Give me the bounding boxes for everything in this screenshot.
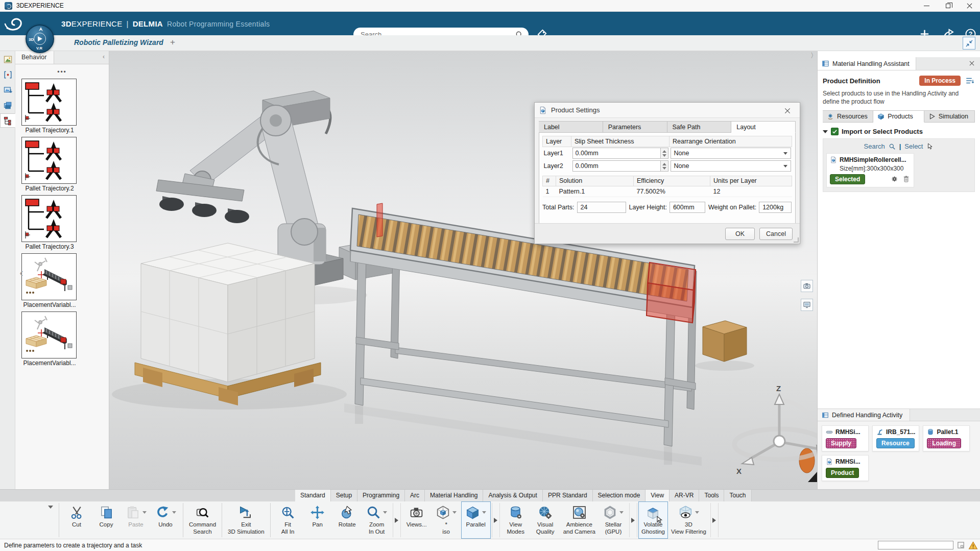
overflow-dots[interactable]: ••• [15,68,109,76]
collapse-panels-button[interactable] [963,37,975,50]
roller-conveyor[interactable] [350,208,697,465]
thickness-input[interactable] [572,148,661,159]
add-tab-button[interactable]: + [167,37,178,47]
product-settings-dialog[interactable]: Product Settings Label Parameters Safe P… [534,102,800,244]
flyout-arrow[interactable] [393,503,401,537]
behavior-item[interactable]: PlacementVariabl... [21,312,78,367]
import-select-group[interactable]: Import or Select Products [823,128,975,135]
panel-collapse-chevron[interactable]: ‹ [103,51,109,64]
pan-button[interactable]: Pan [303,501,332,539]
analysis-output[interactable]: Analysis & Output [483,490,542,501]
activity-card[interactable]: Pallet.1 Loading [923,425,970,451]
edge-equipment[interactable] [799,448,815,473]
maximize-button[interactable] [937,0,959,11]
rotate-button[interactable]: Rotate [332,501,362,539]
material-handling[interactable]: Material Handling [425,490,483,501]
dialog-close-button[interactable] [783,106,796,115]
stellar-gpu-button[interactable]: Stellar (GPU) [599,501,628,539]
iso-view-button[interactable]: * iso [432,501,461,539]
field-input[interactable] [759,202,792,213]
cancel-button[interactable]: Cancel [759,228,793,240]
render-settings-button[interactable] [801,280,813,292]
minimize-button[interactable] [916,0,937,11]
touch[interactable]: Touch [724,490,751,501]
resources[interactable]: Resources [823,110,873,123]
panel-edge-collapse[interactable]: ‹ [16,265,27,282]
behavior-item[interactable]: Pallet Trajectory.1 [21,79,78,134]
flyout-arrow[interactable] [629,503,637,537]
activity-card[interactable]: RMHSi... Product [822,455,869,481]
ok-button[interactable]: OK [725,228,755,240]
chevron-down-icon[interactable] [142,511,147,514]
volatile-ghosting-button[interactable]: Volatile Ghosting [638,501,668,539]
carton-box[interactable] [703,321,747,362]
chevron-down-icon[interactable] [695,511,699,514]
safe-path[interactable]: Safe Path [667,121,732,133]
behavior-item[interactable]: Pallet Trajectory.3 [21,195,78,250]
tools[interactable]: Tools [699,490,724,501]
screen-capture-button[interactable] [801,299,813,311]
step-list-icon[interactable] [965,76,975,85]
chevron-down-icon[interactable] [172,511,176,514]
flyout-arrow[interactable] [710,503,719,537]
dialog-resize-handle[interactable] [794,237,799,243]
copy-button[interactable]: Copy [91,501,121,539]
label[interactable]: Label [539,121,603,133]
thickness-stepper[interactable] [661,148,668,159]
ar-vr[interactable]: AR-VR [670,490,699,501]
thickness-stepper[interactable] [661,160,668,172]
field-input[interactable] [577,202,626,213]
select-products-button[interactable]: Select [904,142,923,150]
group-checkbox[interactable] [831,128,839,135]
toolbar-collapse-chevron[interactable] [45,501,56,539]
chevron-down-icon[interactable] [452,511,457,514]
view[interactable]: View [646,490,670,501]
search-products-button[interactable]: Search [864,142,885,150]
pallet-stack[interactable] [135,243,321,405]
simulation[interactable]: Simulation [924,110,975,123]
3ds-logo[interactable] [3,14,26,34]
search-icon[interactable] [889,143,896,150]
exit-3d-simulation-button[interactable]: Exit 3D Simulation [225,501,268,539]
status-input[interactable] [878,541,953,549]
window-layout-icon[interactable] [957,541,965,549]
selection-mode[interactable]: Selection mode [593,490,646,501]
products[interactable]: Products [873,110,924,123]
viewport-resize-handle[interactable] [808,472,817,482]
activity-card[interactable]: RMHSi... Supply [822,425,869,451]
orientation-select[interactable]: None [671,148,791,159]
programming[interactable]: Programming [357,490,405,501]
paste-button[interactable]: Paste [121,501,151,539]
panel-expand-chevron[interactable]: 〉 [810,51,817,60]
behavior-item[interactable]: Pallet Trajectory.2 [21,137,78,192]
views-button[interactable]: Views... [402,501,432,539]
product-card[interactable]: RMHSimpleRollercell... Size[mm]:300x300x… [826,153,914,187]
ambience-camera-button[interactable]: Ambience and Camera [560,501,599,539]
behavior-item[interactable]: PlacementVariabl... [21,253,78,308]
warning-icon[interactable] [968,541,977,549]
view-modes-button[interactable]: View Modes [501,501,531,539]
field-input[interactable] [670,202,705,213]
slip-sheet-marker[interactable] [377,203,383,237]
standard[interactable]: Standard [295,490,331,501]
tab-robotic-palletizing-wizard[interactable]: Robotic Palletizing Wizard [74,38,163,46]
behavior-tab[interactable]: Behavior [15,51,54,64]
parallel-button[interactable]: Parallel [461,501,491,539]
arc[interactable]: Arc [405,490,425,501]
ppr-standard[interactable]: PPR Standard [543,490,593,501]
parameters[interactable]: Parameters [603,121,667,133]
zoom-in-out-button[interactable]: Zoom In Out [362,501,392,539]
assistant-close-button[interactable] [968,57,980,70]
undo-button[interactable]: Undo [151,501,180,539]
solution-row[interactable]: 1 Pattern.1 77.5002% 12 [543,186,792,197]
fit-all-in-button[interactable]: Fit All In [273,501,303,539]
orientation-select[interactable]: None [671,160,791,172]
flyout-arrow[interactable] [492,503,500,537]
close-button[interactable] [959,0,980,11]
chevron-down-icon[interactable] [482,511,486,514]
command-search-button[interactable]: Command Search [186,501,219,539]
setup[interactable]: Setup [331,490,357,501]
chevron-down-icon[interactable] [619,511,624,514]
dialog-title-bar[interactable]: Product Settings [535,103,800,118]
view-filtering-button[interactable]: 3D View Filtering [668,501,709,539]
